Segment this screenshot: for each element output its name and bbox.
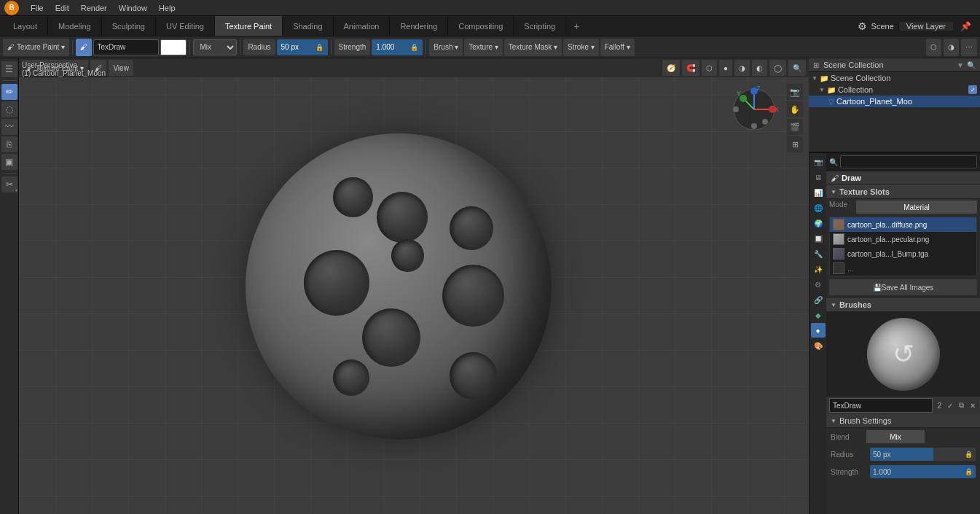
menu-file[interactable]: File [25, 2, 50, 14]
viewport[interactable]: 🖌 Texture Paint ▾ 🖌 View 🧭 🧲 ⬡ ● ◑ ◐ ◯ 🔍 [19, 58, 809, 514]
menu-window[interactable]: Window [113, 2, 153, 14]
brushes-header[interactable]: ▼ Brushes [826, 298, 980, 312]
engine-icon[interactable]: ⚙ [858, 20, 867, 32]
material-props-icon[interactable]: ● [811, 323, 826, 338]
blend-value-btn[interactable]: Mix [866, 430, 925, 443]
stroke-btn[interactable]: Stroke ▾ [563, 39, 599, 56]
more-options-btn[interactable]: ⋯ [961, 39, 977, 56]
physics-props-icon[interactable]: ⚙ [811, 277, 826, 292]
brush-color-swatch[interactable] [160, 39, 187, 55]
render-props-icon[interactable]: 📷 [811, 155, 826, 169]
viewport-camera-btn[interactable]: 📷 [787, 84, 803, 100]
blend-mode-select[interactable]: Mix [193, 39, 237, 55]
brush-name-field[interactable] [829, 398, 933, 413]
radius-settings-field[interactable]: 50 px 🔒 [870, 448, 976, 461]
material-mode-btn[interactable]: Material [856, 200, 977, 214]
texture-slots-header[interactable]: ▼ Texture Slots [826, 185, 980, 199]
texture-props-icon[interactable]: 🎨 [811, 338, 826, 353]
tab-compositing[interactable]: Compositing [448, 16, 514, 36]
menu-render[interactable]: Render [75, 2, 113, 14]
viewport-scene-btn[interactable]: ⊞ [787, 136, 803, 152]
radius-lock-icon[interactable]: 🔒 [315, 44, 324, 51]
strength-settings-field[interactable]: 1.000 🔒 [870, 465, 976, 478]
radius-label: Radius [243, 39, 275, 55]
particles-props-icon[interactable]: ✨ [811, 262, 826, 276]
tab-animation[interactable]: Animation [334, 16, 391, 36]
brush-delete-icon[interactable]: ✕ [968, 402, 977, 410]
texture-mask-btn[interactable]: Texture Mask ▾ [504, 39, 562, 56]
col-checkbox[interactable]: ✓ [968, 85, 977, 94]
viewport-shading-solid-btn[interactable]: ◐ [752, 60, 767, 76]
brush-name-input[interactable] [93, 39, 159, 55]
brush-save-icon[interactable]: ✓ [946, 402, 954, 410]
viewport-shading-wire-btn[interactable]: ◯ [769, 60, 786, 76]
search-viewport-btn[interactable]: 🔍 [788, 60, 806, 76]
fill-tool-btn[interactable]: ▣ [1, 154, 17, 170]
object-props-icon[interactable]: 🔲 [811, 231, 826, 246]
snap-btn[interactable]: 🧲 [682, 60, 699, 76]
viewport-shading-mat-btn[interactable]: ◑ [734, 60, 750, 76]
tab-sculpting[interactable]: Sculpting [102, 16, 156, 36]
draw-icon: 🖌 [831, 174, 839, 182]
data-props-icon[interactable]: ◆ [811, 308, 826, 322]
outliner-item-collection[interactable]: ▼ 📁 Collection ✓ [809, 84, 980, 96]
constraints-props-icon[interactable]: 🔗 [811, 292, 826, 307]
brush-settings-header[interactable]: ▼ Brush Settings [826, 414, 980, 428]
outliner-search-icon[interactable]: 🔍 [967, 61, 976, 69]
tab-scripting[interactable]: Scripting [514, 16, 566, 36]
save-all-images-btn[interactable]: 💾 Save All Images [829, 279, 977, 295]
tab-shading[interactable]: Shading [283, 16, 333, 36]
texture-btn[interactable]: Texture ▾ [464, 39, 503, 56]
strength-lock-icon[interactable]: 🔒 [410, 44, 418, 51]
scene-props-icon[interactable]: 🌐 [811, 200, 826, 215]
brush-copy-icon[interactable]: ⧉ [957, 401, 965, 410]
texture-slot-1[interactable]: cartoon_pla...pecular.png [830, 232, 976, 246]
clone-tool-btn[interactable]: ⎘ [1, 136, 17, 152]
brush-icon-btn[interactable]: 🖌 [76, 39, 92, 56]
viewport-render-btn[interactable]: 🎬 [787, 119, 803, 135]
viewport-move-btn[interactable]: ✋ [787, 101, 803, 117]
falloff-btn[interactable]: Falloff ▾ [600, 39, 635, 56]
pin-icon[interactable]: 📌 [957, 21, 974, 31]
radius-settings-lock[interactable]: 🔒 [965, 451, 973, 458]
strength-settings-lock[interactable]: 🔒 [965, 468, 973, 475]
tab-texture-paint[interactable]: Texture Paint [215, 16, 283, 36]
radius-value-field[interactable]: 50 px 🔒 [277, 39, 328, 55]
tab-rendering[interactable]: Rendering [390, 16, 448, 36]
viewport-shading-sphere-btn[interactable]: ● [719, 60, 732, 76]
toolbar-toggle-btn[interactable]: ☰ [1, 61, 17, 77]
navigation-gizmo[interactable]: X Y Z [729, 84, 780, 136]
blender-logo[interactable]: B [4, 1, 19, 15]
world-props-icon[interactable]: 🌍 [811, 216, 826, 230]
draw-tool-btn[interactable]: ✏ [1, 84, 17, 100]
menu-help[interactable]: Help [153, 2, 181, 14]
tab-uv-editing[interactable]: UV Editing [156, 16, 215, 36]
viewport-overlay-btn[interactable]: ⬡ [702, 60, 717, 76]
outliner-item-object[interactable]: ▽ Cartoon_Planet_Moo [809, 96, 980, 107]
outliner-filter-icon[interactable]: ▼ [957, 61, 964, 69]
viewport-overlays-btn[interactable]: ⬡ [926, 39, 941, 56]
texture-slot-2[interactable]: cartoon_pla...l_Bump.tga [830, 246, 976, 261]
tab-modeling[interactable]: Modeling [48, 16, 102, 36]
soften-tool-btn[interactable]: ◌ [1, 101, 17, 117]
texture-slot-0[interactable]: cartoon_pla...diffuse.png [830, 217, 976, 232]
modifier-props-icon[interactable]: 🔧 [811, 246, 826, 261]
props-search-input[interactable] [840, 155, 977, 168]
menu-edit[interactable]: Edit [50, 2, 75, 14]
add-workspace-btn[interactable]: + [566, 16, 587, 36]
texture-slot-3[interactable]: ... [830, 261, 976, 276]
strength-value-field[interactable]: 1.000 🔒 [372, 39, 423, 55]
viewport-shading-btn[interactable]: ◑ [944, 39, 959, 56]
view-btn[interactable]: View [109, 60, 133, 76]
smear-tool-btn[interactable]: 〰 [1, 119, 17, 135]
brush-btn[interactable]: Brush ▾ [429, 39, 463, 56]
mode-selector[interactable]: 🖌 Texture Paint ▾ [3, 39, 69, 56]
mask-tool-btn[interactable]: ✂▾ [1, 176, 17, 192]
draw-section-header[interactable]: 🖌 Draw [826, 171, 980, 185]
view-layer-tab[interactable]: View Layer [898, 22, 953, 31]
gizmo-btn[interactable]: 🧭 [662, 60, 680, 76]
tab-layout[interactable]: Layout [3, 16, 48, 36]
output-props-icon[interactable]: 🖥 [811, 170, 826, 184]
outliner-item-scene-collection[interactable]: ▼ 📁 Scene Collection [809, 72, 980, 84]
viewlayer-props-icon[interactable]: 📊 [811, 185, 826, 200]
